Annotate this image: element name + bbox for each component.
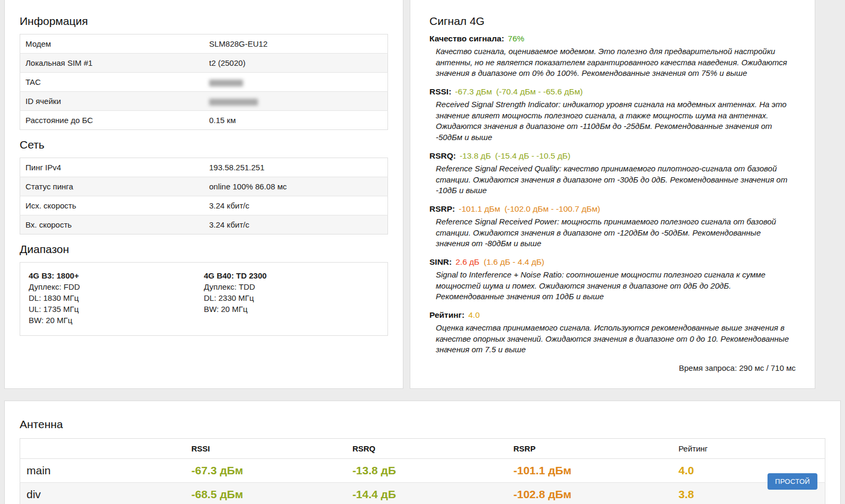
metric-value: 76% bbox=[508, 34, 524, 43]
metric-range: (-102.0 дБм - -100.7 дБм) bbox=[504, 204, 600, 213]
antenna-row-div: div -68.5 дБм -14.4 дБ -102.8 дБм 3.8 bbox=[20, 483, 825, 504]
metric-description: Signal to Interference + Noise Ratio: со… bbox=[436, 270, 796, 302]
metric-label: Рейтинг: bbox=[429, 310, 464, 319]
table-row: Модем SLM828G-EU12 bbox=[20, 34, 388, 54]
antenna-rssi-value: -67.3 дБм bbox=[185, 459, 346, 483]
network-title: Сеть bbox=[20, 138, 388, 151]
row-value: 0.15 км bbox=[204, 111, 388, 130]
metric-rssi: RSSI:-67.3 дБм(-70.4 дБм - -65.6 дБм) Re… bbox=[429, 87, 796, 143]
metric-rsrp: RSRP:-101.1 дБм(-102.0 дБм - -100.7 дБм)… bbox=[429, 204, 796, 249]
band-line: DL: 1830 МГц bbox=[29, 292, 204, 303]
metric-value: -101.1 дБм bbox=[459, 204, 500, 213]
top-section: Информация Модем SLM828G-EU12 Локальная … bbox=[0, 0, 845, 389]
column-header-rsrp: RSRP bbox=[507, 439, 672, 459]
row-value: 3.24 кбит/с bbox=[204, 196, 388, 215]
row-label: Пинг IPv4 bbox=[20, 158, 204, 177]
table-row: Вх. скорость 3.24 кбит/с bbox=[20, 215, 388, 234]
info-table: Модем SLM828G-EU12 Локальная SIM #1 t2 (… bbox=[20, 34, 388, 130]
row-value: 3.24 кбит/с bbox=[204, 215, 388, 234]
info-title: Информация bbox=[20, 15, 388, 28]
network-table: Пинг IPv4 193.58.251.251 Статус пинга on… bbox=[20, 158, 388, 234]
band-column: 4G B3: 1800+ Дуплекс: FDD DL: 1830 МГц U… bbox=[29, 270, 204, 326]
metric-value: -13.8 дБ bbox=[460, 151, 491, 160]
metric-line: RSSI:-67.3 дБм(-70.4 дБм - -65.6 дБм) bbox=[429, 87, 796, 97]
row-label: ID ячейки bbox=[20, 92, 204, 111]
row-value: 193.58.251.251 bbox=[204, 158, 388, 177]
metric-label: Качество сигнала: bbox=[429, 34, 504, 43]
metric-value: 4.0 bbox=[468, 310, 480, 319]
antenna-rsrq-value: -13.8 дБ bbox=[346, 459, 507, 483]
table-row: Пинг IPv4 193.58.251.251 bbox=[20, 158, 388, 177]
antenna-rssi-value: -68.5 дБм bbox=[185, 483, 346, 504]
column-header-rsrq: RSRQ bbox=[346, 439, 507, 459]
signal-card: Сигнал 4G Качество сигнала:76% Качество … bbox=[410, 0, 815, 389]
metric-range: (1.6 дБ - 4.4 дБ) bbox=[484, 257, 544, 266]
table-row: ID ячейки bbox=[20, 92, 388, 111]
metric-line: Рейтинг:4.0 bbox=[429, 310, 796, 320]
metric-rating: Рейтинг:4.0 Оценка качества принимаемого… bbox=[429, 310, 796, 355]
row-label: Расстояние до БС bbox=[20, 111, 204, 130]
antenna-rsrp-value: -101.1 дБм bbox=[507, 459, 672, 483]
metric-description: Received Signal Strength Indicator: инди… bbox=[436, 99, 796, 143]
row-value bbox=[204, 92, 388, 111]
antenna-row-main: main -67.3 дБм -13.8 дБ -101.1 дБм 4.0 bbox=[20, 459, 825, 483]
band-title: Диапазон bbox=[20, 243, 388, 256]
table-row: TAC bbox=[20, 73, 388, 92]
antenna-header-row: RSSI RSRQ RSRP Рейтинг bbox=[20, 439, 825, 459]
band-column: 4G B40: TD 2300 Дуплекс: TDD DL: 2330 МГ… bbox=[204, 270, 379, 326]
metric-line: RSRQ:-13.8 дБ(-15.4 дБ - -10.5 дБ) bbox=[429, 151, 796, 161]
metric-label: RSRQ: bbox=[429, 151, 456, 160]
column-header bbox=[20, 439, 185, 459]
metric-description: Reference Signal Received Power: мощност… bbox=[436, 216, 796, 249]
row-value: t2 (25020) bbox=[204, 54, 388, 73]
column-header-rating: Рейтинг bbox=[672, 439, 825, 459]
signal-title: Сигнал 4G bbox=[429, 15, 796, 28]
band-line: UL: 1735 МГц bbox=[29, 303, 204, 315]
metric-description: Качество сигнала, оцениваемое модемом. Э… bbox=[436, 46, 796, 79]
info-card: Информация Модем SLM828G-EU12 Локальная … bbox=[4, 0, 403, 389]
table-row: Исх. скорость 3.24 кбит/с bbox=[20, 196, 388, 215]
row-value bbox=[204, 73, 388, 92]
antenna-title: Антенна bbox=[20, 418, 825, 431]
metric-range: (-15.4 дБ - -10.5 дБ) bbox=[495, 151, 571, 160]
table-row: Локальная SIM #1 t2 (25020) bbox=[20, 54, 388, 73]
metric-quality: Качество сигнала:76% Качество сигнала, о… bbox=[429, 34, 796, 79]
band-box: 4G B3: 1800+ Дуплекс: FDD DL: 1830 МГц U… bbox=[20, 262, 388, 336]
query-time: Время запроса: 290 мс / 710 мс bbox=[429, 363, 796, 372]
blurred-value bbox=[209, 99, 258, 106]
metric-line: Качество сигнала:76% bbox=[429, 34, 796, 44]
metric-label: SINR: bbox=[429, 257, 452, 266]
row-label: Исх. скорость bbox=[20, 196, 204, 215]
metric-rsrq: RSRQ:-13.8 дБ(-15.4 дБ - -10.5 дБ) Refer… bbox=[429, 151, 796, 196]
row-value: online 100% 86.08 мс bbox=[204, 177, 388, 196]
band-line: Дуплекс: TDD bbox=[204, 281, 379, 292]
simple-mode-button[interactable]: ПРОСТОЙ bbox=[768, 473, 817, 490]
metric-range: (-70.4 дБм - -65.6 дБм) bbox=[496, 87, 583, 96]
metric-value: -67.3 дБм bbox=[455, 87, 492, 96]
band-line: DL: 2330 МГц bbox=[204, 292, 379, 303]
metric-label: RSRP: bbox=[429, 204, 455, 213]
row-label: Вх. скорость bbox=[20, 215, 204, 234]
metric-value: 2.6 дБ bbox=[455, 257, 479, 266]
band-line: Дуплекс: FDD bbox=[29, 281, 204, 292]
band-name: 4G B40: TD 2300 bbox=[204, 270, 379, 281]
metric-label: RSSI: bbox=[429, 87, 451, 96]
metric-line: SINR:2.6 дБ(1.6 дБ - 4.4 дБ) bbox=[429, 257, 796, 267]
antenna-table: RSSI RSRQ RSRP Рейтинг main -67.3 дБм -1… bbox=[20, 438, 825, 504]
blurred-value bbox=[209, 80, 243, 86]
band-line: BW: 20 МГц bbox=[29, 315, 204, 326]
row-label: TAC bbox=[20, 73, 204, 92]
table-row: Расстояние до БС 0.15 км bbox=[20, 111, 388, 130]
metric-line: RSRP:-101.1 дБм(-102.0 дБм - -100.7 дБм) bbox=[429, 204, 796, 214]
metric-sinr: SINR:2.6 дБ(1.6 дБ - 4.4 дБ) Signal to I… bbox=[429, 257, 796, 302]
antenna-card: Антенна RSSI RSRQ RSRP Рейтинг main -67.… bbox=[4, 401, 841, 504]
metric-description: Оценка качества принимаемого сигнала. Ис… bbox=[436, 323, 796, 355]
band-line: BW: 20 МГц bbox=[204, 303, 379, 315]
row-label: Локальная SIM #1 bbox=[20, 54, 204, 73]
antenna-name: main bbox=[20, 459, 185, 483]
row-label: Модем bbox=[20, 34, 204, 54]
metric-description: Reference Signal Received Quality: качес… bbox=[436, 163, 796, 196]
antenna-name: div bbox=[20, 483, 185, 504]
column-header-rssi: RSSI bbox=[185, 439, 346, 459]
row-value: SLM828G-EU12 bbox=[204, 34, 388, 54]
